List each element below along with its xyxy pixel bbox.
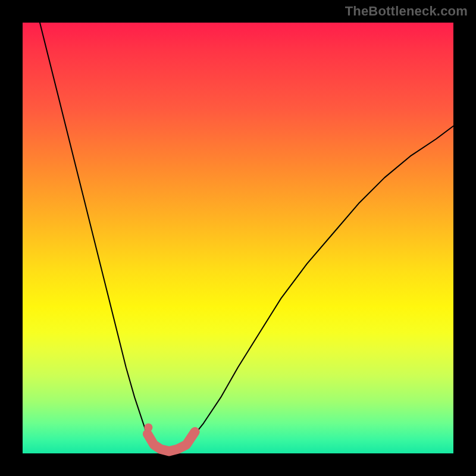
watermark-text: TheBottleneck.com bbox=[345, 4, 468, 19]
bottleneck-curve bbox=[40, 23, 453, 451]
valley-highlight bbox=[148, 432, 195, 452]
marker-dot bbox=[144, 424, 152, 432]
chart-frame: TheBottleneck.com bbox=[0, 0, 476, 476]
curve-layer bbox=[23, 23, 453, 453]
